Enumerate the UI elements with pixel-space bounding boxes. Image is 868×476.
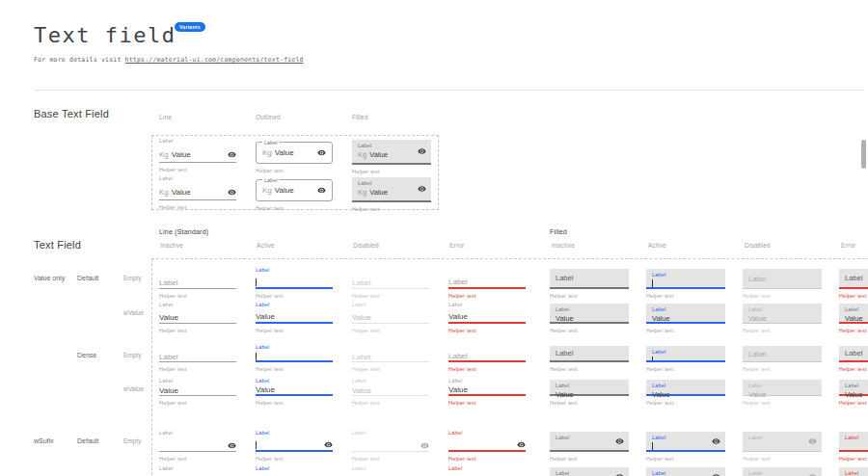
text-field-input[interactable]: Label [550,432,629,452]
visibility-icon[interactable] [712,436,720,445]
text-field-input[interactable]: Label [646,432,725,452]
visibility-icon[interactable] [228,441,236,450]
field-value: Value [448,312,468,321]
text-field-input[interactable]: Value [256,311,333,324]
visibility-icon[interactable] [228,150,236,159]
text-field-input[interactable]: KgValue [159,185,236,200]
text-field-input[interactable]: LabelValue [839,304,868,324]
helper-text: Helper text [256,293,333,299]
visibility-icon[interactable] [517,440,526,449]
filled-text-field-disabled: LabelHelper text [743,267,822,299]
text-field-input[interactable] [256,277,333,289]
helper-text: Helper text [256,205,333,211]
text-field-input[interactable]: Value [448,385,526,396]
field-value: Value [352,313,371,322]
text-field-input[interactable]: Label [646,346,725,362]
line-text-field-error: LabelValueHelper text [448,302,526,333]
field-float-label: Label [556,470,623,476]
text-field-input[interactable]: Label [743,346,822,362]
text-field-input[interactable]: Label [743,432,822,452]
text-field-input[interactable]: Value [352,385,429,396]
text-field-input[interactable]: Label [646,269,725,289]
text-field-input[interactable]: Label [550,269,629,289]
text-field-input[interactable]: Value [256,385,333,396]
field-float-label: Label [448,430,526,439]
filled-text-field-disabled: LabelHelper text [743,430,822,462]
text-field-input[interactable] [256,439,333,452]
text-field-input[interactable]: LabelValue [550,304,629,324]
text-field-input[interactable] [352,439,429,452]
filled-text-field-error: LabelValueHelper text [839,378,868,406]
field-label: Label [845,274,868,282]
text-field-input[interactable]: LabelValue [646,467,725,476]
text-field-input[interactable]: LabelValue [743,304,822,324]
visibility-icon[interactable] [317,148,326,157]
text-field-input[interactable]: Label [448,277,526,289]
field-float-label: Label [448,465,526,475]
line-text-field-active: LabelValueHelper text [256,378,333,406]
text-field-input[interactable]: Label [839,269,868,289]
text-field-input[interactable]: Value [448,311,526,324]
text-field-input[interactable] [448,439,526,452]
text-field-input[interactable]: Label [839,432,868,452]
field-value: Value [159,313,178,322]
text-field-input[interactable]: LabelKgValue [256,179,333,201]
text-field-input[interactable]: Label [352,352,429,362]
field-float-label: Label [256,302,333,311]
visibility-icon[interactable] [324,440,333,449]
text-field-input[interactable]: LabelValue [743,380,822,396]
text-field-input[interactable] [159,439,236,452]
filled-text-field-inactive: LabelValueHelper text [550,378,629,406]
text-field-input[interactable]: Label [159,277,236,289]
text-field-input[interactable]: LabelKgValue [256,142,333,164]
visibility-icon[interactable] [808,473,817,476]
text-field-input[interactable]: Label [550,346,629,362]
state-header: Active [648,242,666,249]
helper-text: Helper text [352,400,429,406]
text-field-input[interactable]: Value [159,311,236,324]
text-field-input[interactable]: LabelKgValue [352,140,431,165]
text-field-input[interactable]: LabelValue [646,304,725,324]
visibility-icon[interactable] [228,188,236,197]
visibility-icon[interactable] [317,186,326,195]
field-float-label [448,344,526,352]
visibility-icon[interactable] [712,472,720,476]
helper-text: Helper text [646,400,725,406]
text-field-input[interactable]: Label [448,352,526,362]
base-section-title: Base Text Field [34,108,109,119]
filled-text-field-active: LabelHelper text [646,344,725,372]
docs-link[interactable]: https://material-ui.com/components/text-… [125,56,304,64]
text-field-input[interactable]: LabelKgValue [352,177,431,202]
helper-text: Helper text [743,293,822,299]
text-field-input[interactable]: LabelValue [839,380,868,396]
field-float-label [352,344,429,352]
text-field-input[interactable]: KgValue [159,147,236,163]
text-field-input[interactable]: Label [352,277,429,289]
field-float-label: Label [256,344,333,352]
text-field-input[interactable]: Label [159,352,236,362]
helper-text: Helper text [550,293,629,299]
text-field-input[interactable]: LabelValue [550,380,629,396]
text-field-input[interactable]: LabelValue [646,380,725,396]
helper-text: Helper text [159,293,236,299]
scrollbar-thumb[interactable] [861,140,866,169]
visibility-icon[interactable] [615,472,624,476]
visibility-icon[interactable] [418,185,426,194]
text-field-input[interactable] [256,352,333,362]
field-float-label: Label [448,302,526,311]
line-text-field-disabled: LabelValueHelper text [352,465,429,476]
text-field-input[interactable]: Label [743,269,822,289]
group-header-line: Line (Standard) [159,228,208,235]
visibility-icon[interactable] [418,147,426,156]
visibility-icon[interactable] [808,437,817,446]
text-field-input[interactable]: Label [839,346,868,362]
text-field-input[interactable]: Value [159,385,236,396]
visibility-icon[interactable] [615,436,624,445]
text-field-input[interactable]: LabelValue [550,467,629,476]
visibility-icon[interactable] [420,441,429,450]
text-field-input[interactable]: LabelValue [839,467,868,476]
text-field-input[interactable]: LabelValue [743,467,822,476]
field-float-label: Label [352,302,429,311]
text-field-input[interactable]: Value [352,311,429,324]
field-float-label: Label [256,267,333,277]
